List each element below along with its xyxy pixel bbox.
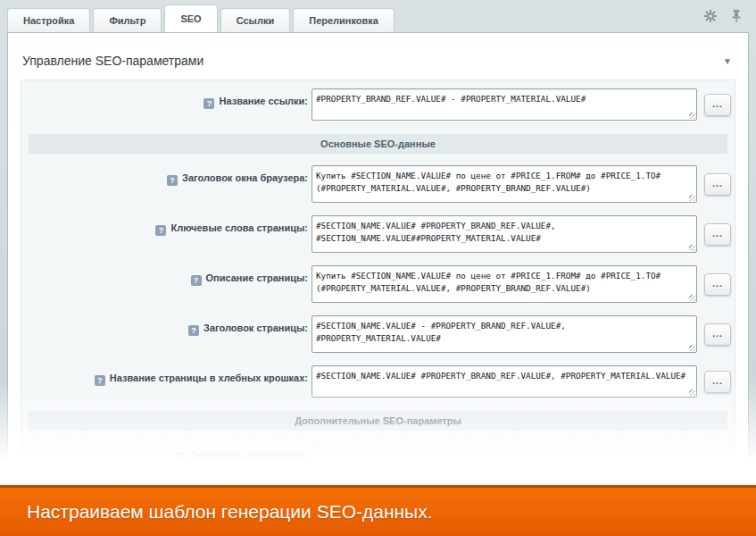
field-value-cell: Купить #SECTION_NAME.VALUE# по цене от #… (312, 265, 731, 303)
field-label: Заголовок окна браузера: (182, 172, 308, 183)
field-label-cell: ?Описание страницы: (21, 265, 312, 303)
description-textarea[interactable]: Купить #SECTION_NAME.VALUE# по цене от #… (312, 265, 697, 303)
panel-header: Управление SEO-параметрами ▼ (8, 33, 748, 74)
tab-filtr[interactable]: Фильтр (93, 8, 162, 32)
resize-grip-icon[interactable] (689, 389, 695, 396)
field-label-cell: ?Название ссылки: (21, 88, 312, 121)
more-button[interactable]: ... (704, 223, 731, 246)
field-label-cell: ?Название страницы в хлебных крошках: (21, 365, 312, 398)
form-row-page-title: ?Заголовок страницы: #SECTION_NAME.VALUE… (21, 315, 735, 353)
tabbar-icons (704, 9, 742, 23)
tab-label: Ссылки (237, 15, 275, 26)
tab-label: SEO (180, 13, 201, 24)
field-label: Описание страницы: (206, 272, 308, 283)
tab-label: Настройка (23, 15, 74, 26)
help-icon[interactable]: ? (204, 98, 214, 109)
seo-panel: Управление SEO-параметрами ▼ ?Название с… (7, 32, 749, 536)
caption-banner: Настраиваем шаблон генерации SEO-данных. (0, 485, 756, 536)
tab-label: Перелинковка (309, 15, 378, 26)
tab-perelinkovka[interactable]: Перелинковка (293, 8, 395, 32)
form-row-description: ?Описание страницы: Купить #SECTION_NAME… (21, 265, 735, 303)
help-icon[interactable]: ? (167, 175, 178, 186)
field-label: Название ссылки: (219, 96, 308, 106)
more-button[interactable]: ... (704, 94, 731, 116)
form-area: ?Название ссылки: #PROPERTY_BRAND_REF.VA… (21, 80, 735, 536)
more-button[interactable]: ... (704, 173, 731, 196)
field-label-cell: ?Заголовок окна браузера: (21, 165, 312, 203)
resize-grip-icon[interactable] (689, 195, 695, 201)
settings-gear-icon[interactable] (704, 10, 717, 22)
form-row-no-index: ?Запретить индексацию: (21, 442, 735, 463)
form-row-breadcrumb-name: ?Название страницы в хлебных крошках: #S… (21, 365, 735, 398)
section-header-additional-seo: Дополнительные SEO-параметры (29, 411, 727, 431)
help-icon[interactable]: ? (155, 225, 166, 236)
tab-bar: Настройка Фильтр SEO Ссылки Перелинковка (0, 0, 756, 32)
field-value-cell: Купить #SECTION_NAME.VALUE# по цене от #… (312, 165, 731, 203)
help-icon[interactable]: ? (188, 325, 199, 336)
help-icon[interactable]: ? (191, 275, 202, 286)
form-row-browser-title: ?Заголовок окна браузера: Купить #SECTIO… (21, 165, 735, 203)
browser-title-textarea[interactable]: Купить #SECTION_NAME.VALUE# по цене от #… (312, 165, 697, 203)
tab-seo[interactable]: SEO (164, 4, 217, 32)
field-label: Название страницы в хлебных крошках: (110, 373, 308, 383)
field-label-cell: ?Заголовок страницы: (21, 315, 312, 353)
tab-nastroyka[interactable]: Настройка (7, 8, 90, 32)
more-button[interactable]: ... (704, 273, 731, 296)
help-icon[interactable]: ? (95, 375, 105, 386)
field-label-cell: ?Ключевые слова страницы: (21, 215, 312, 253)
field-value-cell: #SECTION_NAME.VALUE# #PROPERTY_BRAND_REF… (312, 215, 731, 253)
field-value-cell (312, 442, 325, 463)
help-icon[interactable]: ? (176, 452, 187, 463)
link-name-textarea[interactable]: #PROPERTY_BRAND_REF.VALUE# - #PROPERTY_M… (312, 88, 697, 121)
resize-grip-icon[interactable] (689, 345, 695, 351)
no-index-checkbox[interactable] (312, 446, 325, 459)
collapse-chevron-icon[interactable]: ▼ (721, 54, 734, 68)
form-row-keywords: ?Ключевые слова страницы: #SECTION_NAME.… (21, 215, 735, 253)
resize-grip-icon[interactable] (689, 113, 695, 119)
field-label: Запретить индексацию: (191, 449, 308, 460)
more-button[interactable]: ... (704, 323, 731, 346)
field-label: Заголовок страницы: (204, 322, 308, 333)
field-value-cell: #PROPERTY_BRAND_REF.VALUE# - #PROPERTY_M… (312, 88, 731, 121)
more-button[interactable]: ... (704, 371, 731, 393)
form-row-link-name: ?Название ссылки: #PROPERTY_BRAND_REF.VA… (21, 88, 735, 121)
breadcrumb-name-textarea[interactable]: #SECTION_NAME.VALUE# #PROPERTY_BRAND_REF… (312, 365, 697, 398)
resize-grip-icon[interactable] (689, 245, 695, 251)
field-label: Ключевые слова страницы: (170, 222, 308, 233)
section-header-main-seo: Основные SEO-данные (29, 134, 727, 154)
field-value-cell: #SECTION_NAME.VALUE# #PROPERTY_BRAND_REF… (312, 365, 731, 398)
field-label-cell: ?Запретить индексацию: (21, 442, 312, 463)
caption-text: Настраиваем шаблон генерации SEO-данных. (27, 501, 433, 523)
field-value-cell: #SECTION_NAME.VALUE# - #PROPERTY_BRAND_R… (312, 315, 731, 353)
keywords-textarea[interactable]: #SECTION_NAME.VALUE# #PROPERTY_BRAND_REF… (312, 215, 697, 253)
page-title-textarea[interactable]: #SECTION_NAME.VALUE# - #PROPERTY_BRAND_R… (312, 315, 697, 353)
page-title: Управление SEO-параметрами (22, 54, 204, 68)
pin-icon[interactable] (731, 9, 742, 23)
tab-label: Фильтр (109, 15, 145, 26)
tab-ssylki[interactable]: Ссылки (220, 8, 291, 32)
resize-grip-icon[interactable] (689, 295, 695, 301)
